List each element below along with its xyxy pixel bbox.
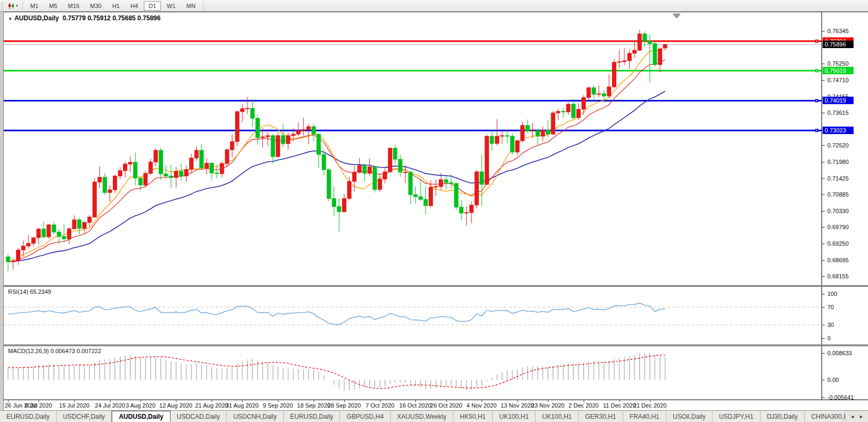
macd-axis-label: 0.008633 xyxy=(827,349,852,357)
horizontal-price-line[interactable] xyxy=(4,40,821,43)
tab-scroll-left-icon[interactable]: ◄ xyxy=(849,413,856,420)
chart-tab-xauusd-weekly[interactable]: XAUUSD,Weekly xyxy=(391,411,453,422)
date-axis-label: 16 Oct 2020 xyxy=(399,402,431,409)
rsi-line xyxy=(8,303,665,325)
axis-tick xyxy=(822,380,825,380)
rsi-plot[interactable] xyxy=(4,287,821,345)
chart-title: ▼AUDUSD,Daily 0.75779 0.75912 0.75685 0.… xyxy=(8,14,160,22)
tab-scroll-arrows: ◄ ► xyxy=(845,411,868,422)
chart-tab-usdchf-daily[interactable]: USDCHF,Daily xyxy=(57,411,112,422)
date-axis-label: 28 Sep 2020 xyxy=(328,402,361,409)
chart-tab-uk100-h1[interactable]: UK100,H1 xyxy=(493,411,536,422)
macd-axis[interactable]: 0.0086330.00-0.005641 xyxy=(821,346,868,400)
date-axis-label: 23 Nov 2020 xyxy=(531,402,564,409)
price-axis[interactable]: 0.763450.752500.747100.741550.736150.725… xyxy=(821,12,868,285)
date-axis[interactable]: 26 Jun 20206 Jul 202015 Jul 202024 Jul 2… xyxy=(3,400,868,410)
dropdown-caret-icon: ▾ xyxy=(16,4,18,8)
price-axis-label: 0.68155 xyxy=(827,272,849,280)
chart-tab-ger30-h1[interactable]: GER30,H1 xyxy=(579,411,623,422)
date-axis-label: 24 Jul 2020 xyxy=(95,402,126,409)
rsi-axis-label: 0 xyxy=(827,334,831,342)
axis-tick xyxy=(822,276,825,277)
date-axis-label: 3 Aug 2020 xyxy=(126,402,156,409)
macd-indicator-panel[interactable]: MACD(12,26,9) 0.006473 0.007222 0.008633… xyxy=(3,346,868,400)
price-axis-label: 0.70330 xyxy=(827,207,849,215)
chart-tab-china300-h1[interactable]: CHINA300,H1 xyxy=(805,411,846,422)
trading-terminal-window: ▾ M1M5M15M30H1H4D1W1MN ▼AUDUSD,Daily 0.7… xyxy=(0,0,868,422)
horizontal-price-line[interactable] xyxy=(4,129,821,132)
timeframe-button-m15[interactable]: M15 xyxy=(63,1,84,11)
price-axis-label: 0.71425 xyxy=(827,175,849,182)
tab-scroll-right-icon[interactable]: ► xyxy=(858,413,865,420)
date-axis-label: 4 Nov 2020 xyxy=(467,402,497,409)
price-axis-label: 0.68695 xyxy=(827,256,849,264)
timeframe-button-h1[interactable]: H1 xyxy=(107,1,125,11)
axis-tick xyxy=(822,353,825,354)
hline-price-tag[interactable]: 0.74019 xyxy=(823,97,854,104)
axis-tick xyxy=(822,294,825,294)
chart-tab-usdcnh-daily[interactable]: USDCNH,Daily xyxy=(227,411,283,422)
chart-shift-marker[interactable] xyxy=(673,14,680,18)
rsi-axis-label: 70 xyxy=(827,303,834,311)
chart-tab-usdcad-daily[interactable]: USDCAD,Daily xyxy=(170,411,227,422)
date-axis-label: 9 Sep 2020 xyxy=(263,402,293,409)
timeframe-button-h4[interactable]: H4 xyxy=(126,1,143,11)
chart-tab-hk50-h1[interactable]: HK50,H1 xyxy=(453,411,493,422)
chart-tab-dj30-daily[interactable]: DJ30,Daily xyxy=(761,411,805,422)
date-axis-label: 21 Aug 2020 xyxy=(195,402,228,409)
timeframe-toolbar: ▾ M1M5M15M30H1H4D1W1MN xyxy=(0,0,868,12)
toolbar-separator xyxy=(203,2,204,10)
timeframe-button-m5[interactable]: M5 xyxy=(44,1,62,11)
date-axis-label: 7 Oct 2020 xyxy=(366,402,394,409)
macd-plot[interactable] xyxy=(4,346,821,400)
price-axis-label: 0.75250 xyxy=(827,60,849,67)
toolbar-grip-handle[interactable] xyxy=(1,2,4,10)
candlestick-chart-icon xyxy=(7,2,15,10)
axis-tick xyxy=(822,307,825,308)
timeframe-button-d1[interactable]: D1 xyxy=(144,1,161,11)
chart-tab-eurusd-daily[interactable]: EURUSD,Daily xyxy=(284,411,340,422)
timeframe-button-m1[interactable]: M1 xyxy=(26,1,43,11)
chart-tab-gbpusd-h4[interactable]: GBPUSD,H4 xyxy=(340,411,390,422)
horizontal-price-line[interactable] xyxy=(4,69,821,72)
timeframe-button-w1[interactable]: W1 xyxy=(162,1,181,11)
hline-price-tag[interactable]: 0.73023 xyxy=(823,127,854,134)
axis-tick xyxy=(822,80,825,81)
toolbar-separator xyxy=(22,2,23,10)
candlestick-plot[interactable] xyxy=(4,12,821,285)
moving-average-fast xyxy=(8,48,665,262)
axis-tick xyxy=(822,325,825,325)
date-axis-label: 11 Dec 2020 xyxy=(603,402,636,409)
hline-price-tag[interactable]: 0.75019 xyxy=(823,67,854,74)
chart-tab-fra40-h1[interactable]: FRA40,H1 xyxy=(623,411,666,422)
rsi-axis-label: 100 xyxy=(827,290,837,298)
chart-tab-usdjpy-h1[interactable]: USDJPY,H1 xyxy=(712,411,760,422)
axis-tick xyxy=(822,178,825,179)
chart-type-dropdown[interactable]: ▾ xyxy=(5,2,20,10)
candles xyxy=(6,30,667,271)
timeframe-button-m30[interactable]: M30 xyxy=(85,1,106,11)
price-chart-panel[interactable]: ▼AUDUSD,Daily 0.75779 0.75912 0.75685 0.… xyxy=(3,12,868,285)
rsi-indicator-panel[interactable]: RSI(14) 65.2349 10070300 xyxy=(3,287,868,345)
axis-tick xyxy=(822,31,825,32)
chart-tab-usoil-daily[interactable]: USOil,Daily xyxy=(666,411,712,422)
date-axis-label: 6 Jul 2020 xyxy=(25,402,52,409)
chart-area: ▼AUDUSD,Daily 0.75779 0.75912 0.75685 0.… xyxy=(0,12,868,400)
chart-tab-audusd-daily[interactable]: AUDUSD,Daily xyxy=(112,411,170,422)
chart-tab-uk100-h1[interactable]: UK100,H1 xyxy=(536,411,578,422)
chart-tab-eurusd-daily[interactable]: EURUSD,Daily xyxy=(0,411,57,422)
date-axis-label: 2 Dec 2020 xyxy=(569,402,599,409)
axis-tick xyxy=(822,260,825,261)
macd-axis-label: -0.005641 xyxy=(827,394,854,400)
rsi-axis-label: 30 xyxy=(827,321,834,329)
macd-signal-line xyxy=(8,355,665,389)
axis-tick xyxy=(822,397,825,398)
horizontal-price-line[interactable] xyxy=(4,99,821,102)
timeframe-button-mn[interactable]: MN xyxy=(182,1,200,11)
price-axis-label: 0.74710 xyxy=(827,76,849,84)
date-axis-label: 31 Aug 2020 xyxy=(226,402,259,409)
axis-tick xyxy=(822,113,825,113)
axis-tick xyxy=(822,338,825,339)
rsi-axis[interactable]: 10070300 xyxy=(821,287,868,345)
moving-average-slow xyxy=(8,91,665,262)
